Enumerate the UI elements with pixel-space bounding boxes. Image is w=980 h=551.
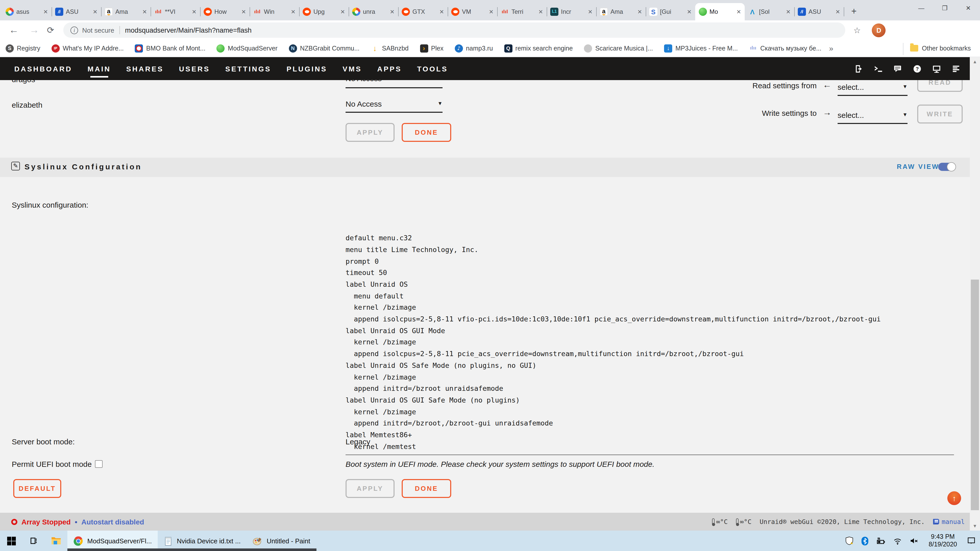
nav-item[interactable]: VMS [342,62,363,76]
log-icon[interactable] [951,64,961,73]
browser-scrollbar[interactable]: ▲ ▼ [970,57,980,530]
tab-close-icon[interactable]: ✕ [390,8,395,15]
address-bar[interactable]: i Not secure modsquadserver/Main/Flash?n… [63,22,845,38]
tab-close-icon[interactable]: ✕ [638,8,642,15]
new-tab-button[interactable]: + [847,4,861,18]
tab-close-icon[interactable]: ✕ [291,8,296,15]
logout-icon[interactable] [854,64,864,73]
bookmark-item[interactable]: Plex [414,44,449,52]
terminal-icon[interactable] [874,64,883,73]
file-explorer-button[interactable] [45,530,67,551]
volume-muted-icon[interactable] [909,536,919,545]
tab-close-icon[interactable]: ✕ [242,8,246,15]
browser-tab[interactable]: ASU ✕ [52,3,101,21]
browser-tab[interactable]: Ama ✕ [596,3,646,21]
tab-close-icon[interactable]: ✕ [737,8,741,15]
close-button[interactable]: ✕ [956,0,980,16]
default-button[interactable]: DEFAULT [13,479,61,498]
bookmark-item[interactable]: ModSquadServer [211,44,283,52]
browser-tab[interactable]: GTX ✕ [398,3,448,21]
back-button[interactable]: ← [7,24,21,36]
tab-close-icon[interactable]: ✕ [340,8,345,15]
nav-item[interactable]: SHARES [125,62,165,76]
tab-close-icon[interactable]: ✕ [786,8,791,15]
read-button[interactable]: READ [917,80,963,92]
syslinux-config-textarea[interactable]: default menu.c32menu title Lime Technolo… [345,197,954,455]
other-bookmarks-folder[interactable]: Other bookmarks [910,44,971,52]
browser-tab[interactable]: Terri ✕ [497,3,547,21]
browser-tab[interactable]: Upg ✕ [299,3,348,21]
forward-button[interactable]: → [27,24,41,36]
nav-item[interactable]: DASHBOARD [13,62,73,76]
bookmarks-overflow-chevron[interactable]: » [829,44,834,52]
site-info-icon[interactable]: i [70,26,78,34]
tab-close-icon[interactable]: ✕ [538,8,543,15]
tab-close-icon[interactable]: ✕ [93,8,97,15]
tab-close-icon[interactable]: ✕ [192,8,197,15]
users-apply-button[interactable]: APPLY [345,123,395,142]
browser-tab[interactable]: Incr ✕ [547,3,596,21]
bookmark-item[interactable]: What's My IP Addre... [46,44,129,52]
nav-item[interactable]: PLUGINS [286,62,328,76]
nav-item[interactable]: APPS [376,62,403,76]
permit-uefi-checkbox[interactable] [95,460,103,468]
browser-tab[interactable]: How ✕ [200,3,250,21]
user-access-select-dragos[interactable]: No Access [345,80,442,83]
browser-tab[interactable]: [Sol ✕ [745,3,794,21]
browser-tab[interactable]: [Gui ✕ [646,3,695,21]
browser-tab[interactable]: ASU ✕ [794,3,844,21]
browser-tab[interactable]: VM ✕ [448,3,497,21]
browser-tab[interactable]: Win ✕ [250,3,299,21]
reload-button[interactable]: ⟳ [44,25,57,35]
scrollbar-thumb[interactable] [971,279,979,510]
wifi-icon[interactable] [893,536,903,545]
tab-close-icon[interactable]: ✕ [489,8,493,15]
write-settings-select[interactable]: select... ▼ [838,111,907,119]
users-done-button[interactable]: DONE [402,123,451,142]
bookmark-item[interactable]: remix search engine [498,44,578,52]
start-button[interactable] [0,530,22,551]
scroll-to-top-button[interactable]: ↑ [947,491,961,505]
tab-close-icon[interactable]: ✕ [835,8,840,15]
display-icon[interactable] [932,64,941,73]
tab-close-icon[interactable]: ✕ [588,8,593,15]
write-button[interactable]: WRITE [917,105,963,124]
tab-close-icon[interactable]: ✕ [142,8,147,15]
browser-tab[interactable]: **VI ✕ [151,3,200,21]
tab-close-icon[interactable]: ✕ [439,8,444,15]
nav-item[interactable]: MAIN [86,62,112,76]
bookmark-star-icon[interactable]: ☆ [853,25,861,35]
raw-view-toggle[interactable] [938,163,956,171]
browser-tab[interactable]: Mo ✕ [695,3,745,21]
nav-item[interactable]: USERS [178,62,211,76]
bookmark-item[interactable]: Скачать музыку бе... [743,44,827,52]
taskbar-clock[interactable]: 9:43 PM 8/19/2020 [929,533,957,548]
bookmark-item[interactable]: NZBGrabit Commu... [283,44,365,52]
action-center-icon[interactable] [967,536,976,545]
read-settings-select[interactable]: select... ▼ [838,83,907,91]
battery-icon[interactable] [876,536,886,545]
bookmark-item[interactable]: Scaricare Musica |... [578,44,659,52]
browser-tab[interactable]: asus ✕ [2,3,52,21]
browser-tab[interactable]: unra ✕ [348,3,398,21]
user-access-select-elizabeth[interactable]: No Access ▼ [345,100,442,108]
feedback-icon[interactable] [893,64,902,73]
defender-shield-icon[interactable] [845,536,854,545]
bookmark-item[interactable]: SABnzbd [365,44,414,52]
help-icon[interactable]: ? [913,64,922,73]
security-chip[interactable]: Not secure [82,26,115,34]
scrollbar-up-arrow[interactable]: ▲ [970,57,980,66]
tab-close-icon[interactable]: ✕ [687,8,692,15]
profile-avatar[interactable]: D [872,23,886,37]
taskbar-app-notepad[interactable]: Nvidia Device id.txt ... [158,530,247,551]
syslinux-done-button[interactable]: DONE [402,479,451,498]
url-text[interactable]: modsquadserver/Main/Flash?name=flash [125,26,251,34]
bookmark-item[interactable]: MP3Juices - Free M... [659,44,743,52]
task-view-button[interactable] [22,530,45,551]
syslinux-apply-button[interactable]: APPLY [345,479,395,498]
restore-button[interactable]: ❐ [933,0,956,16]
bookmark-item[interactable]: namp3.ru [449,44,499,52]
nav-item[interactable]: TOOLS [416,62,449,76]
bookmark-item[interactable]: BMO Bank of Mont... [129,44,211,52]
nav-item[interactable]: SETTINGS [224,62,272,76]
